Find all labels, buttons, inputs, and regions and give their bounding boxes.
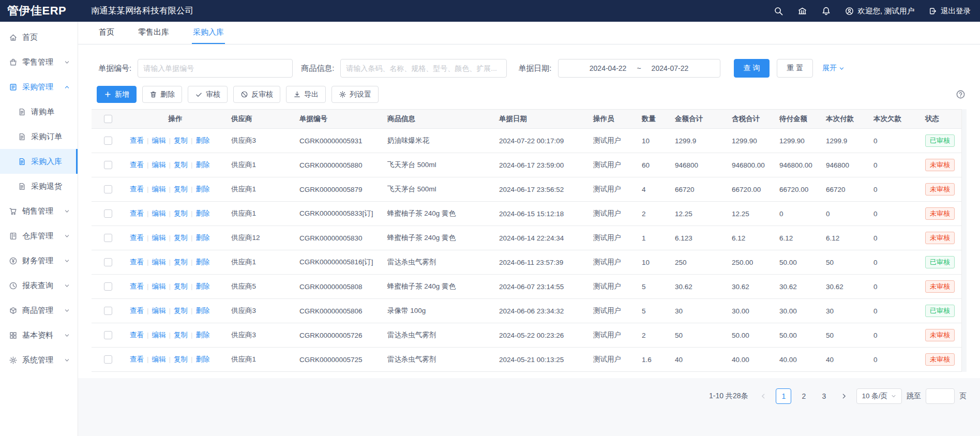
row-action-copy[interactable]: 复制 [174, 234, 188, 242]
row-action-copy[interactable]: 复制 [174, 209, 188, 217]
product-info-input[interactable] [340, 59, 507, 78]
sidebar-item-purchase[interactable]: 采购管理 [0, 74, 78, 99]
sidebar-item-purchase-request[interactable]: 请购单 [0, 99, 78, 124]
row-action-view[interactable]: 查看 [130, 282, 144, 290]
next-page-button[interactable] [836, 388, 852, 404]
tab-home[interactable]: 首页 [98, 22, 115, 44]
row-action-copy[interactable]: 复制 [174, 185, 188, 193]
row-action-edit[interactable]: 编辑 [152, 234, 166, 242]
row-checkbox[interactable] [104, 258, 112, 266]
row-action-view[interactable]: 查看 [130, 234, 144, 242]
page-button-3[interactable]: 3 [816, 388, 832, 404]
notification-bell-icon[interactable] [821, 6, 831, 16]
date-range-picker[interactable]: 2024-04-22 ~ 2024-07-22 [558, 59, 720, 78]
sidebar-item-base[interactable]: 基本资料 [0, 323, 78, 348]
jump-page-input[interactable] [926, 388, 955, 404]
row-checkbox[interactable] [104, 234, 112, 242]
row-checkbox[interactable] [104, 137, 112, 145]
row-action-delete[interactable]: 删除 [196, 331, 210, 339]
row-action-view[interactable]: 查看 [130, 258, 144, 266]
row-action-delete[interactable]: 删除 [196, 258, 210, 266]
search-icon[interactable] [774, 6, 783, 16]
sidebar-item-goods[interactable]: 商品管理 [0, 298, 78, 323]
page-button-2[interactable]: 2 [796, 388, 811, 404]
row-action-copy[interactable]: 复制 [174, 331, 188, 339]
row-action-copy[interactable]: 复制 [174, 137, 188, 144]
row-action-edit[interactable]: 编辑 [152, 355, 166, 363]
row-action-delete[interactable]: 删除 [196, 161, 210, 169]
date-to-value[interactable]: 2024-07-22 [652, 64, 689, 72]
sidebar-item-retail[interactable]: 零售管理 [0, 50, 78, 74]
tab-label: 采购入库 [193, 27, 224, 37]
date-from-value[interactable]: 2024-04-22 [590, 64, 627, 72]
sidebar-item-purchase-inbound[interactable]: 采购入库 [0, 149, 78, 174]
sidebar-item-system[interactable]: 系统管理 [0, 348, 78, 372]
row-action-delete[interactable]: 删除 [196, 307, 210, 314]
add-button[interactable]: 新增 [97, 86, 137, 103]
sidebar-item-purchase-order[interactable]: 采购订单 [0, 124, 78, 149]
unaudit-button[interactable]: 反审核 [233, 86, 280, 103]
sidebar-item-purchase-return[interactable]: 采购退货 [0, 174, 78, 199]
row-action-edit[interactable]: 编辑 [152, 185, 166, 193]
row-action-view[interactable]: 查看 [130, 161, 144, 169]
row-checkbox[interactable] [104, 307, 112, 315]
row-action-view[interactable]: 查看 [130, 355, 144, 363]
row-action-copy[interactable]: 复制 [174, 355, 188, 363]
app-logo[interactable]: 管伊佳ERP [7, 3, 80, 19]
tab-retail-outbound[interactable]: 零售出库 [137, 22, 170, 44]
table-scrollbar[interactable] [961, 109, 967, 372]
row-action-edit[interactable]: 编辑 [152, 137, 166, 144]
select-all-checkbox[interactable] [104, 115, 112, 123]
row-checkbox[interactable] [104, 282, 112, 291]
audit-button[interactable]: 审核 [188, 86, 228, 103]
logout-button[interactable]: 退出登录 [928, 6, 971, 16]
row-checkbox[interactable] [104, 185, 112, 193]
page-button-1[interactable]: 1 [776, 388, 791, 404]
help-icon[interactable] [956, 89, 966, 99]
page-size-select[interactable]: 10 条/页 [856, 388, 902, 404]
row-action-edit[interactable]: 编辑 [152, 282, 166, 290]
expand-link[interactable]: 展开 [822, 64, 845, 73]
row-action-view[interactable]: 查看 [130, 209, 144, 217]
row-action-view[interactable]: 查看 [130, 307, 144, 314]
sidebar-item-home[interactable]: 首页 [0, 25, 78, 50]
row-action-edit[interactable]: 编辑 [152, 307, 166, 314]
row-checkbox[interactable] [104, 331, 112, 339]
row-action-delete[interactable]: 删除 [196, 137, 210, 144]
export-button[interactable]: 导出 [286, 86, 326, 103]
search-button[interactable]: 查 询 [734, 59, 770, 78]
row-action-view[interactable]: 查看 [130, 137, 144, 144]
row-action-delete[interactable]: 删除 [196, 185, 210, 193]
row-action-edit[interactable]: 编辑 [152, 331, 166, 339]
row-action-copy[interactable]: 复制 [174, 282, 188, 290]
sidebar-subitem-label: 请购单 [31, 107, 54, 117]
row-action-delete[interactable]: 删除 [196, 209, 210, 217]
sidebar-item-warehouse[interactable]: 仓库管理 [0, 223, 78, 248]
row-checkbox[interactable] [104, 209, 112, 218]
cell-product: 雷达杀虫气雾剂 [382, 348, 494, 372]
row-action-copy[interactable]: 复制 [174, 258, 188, 266]
sidebar-item-sale[interactable]: 销售管理 [0, 199, 78, 223]
row-action-edit[interactable]: 编辑 [152, 258, 166, 266]
column-settings-button[interactable]: 列设置 [331, 86, 379, 103]
reset-button[interactable]: 重 置 [777, 59, 813, 78]
organization-icon[interactable] [797, 6, 807, 16]
row-action-delete[interactable]: 删除 [196, 234, 210, 242]
row-action-copy[interactable]: 复制 [174, 307, 188, 314]
bill-no-input[interactable] [138, 59, 293, 78]
welcome-user[interactable]: 欢迎您, 测试用户 [845, 6, 914, 16]
row-action-view[interactable]: 查看 [130, 331, 144, 339]
row-action-view[interactable]: 查看 [130, 185, 144, 193]
row-action-copy[interactable]: 复制 [174, 161, 188, 169]
row-checkbox[interactable] [104, 161, 112, 169]
sidebar-item-finance[interactable]: 财务管理 [0, 248, 78, 273]
row-action-edit[interactable]: 编辑 [152, 161, 166, 169]
sidebar-item-report[interactable]: 报表查询 [0, 273, 78, 298]
row-checkbox[interactable] [104, 355, 112, 364]
delete-button[interactable]: 删除 [142, 86, 182, 103]
row-action-delete[interactable]: 删除 [196, 282, 210, 290]
row-action-delete[interactable]: 删除 [196, 355, 210, 363]
row-action-edit[interactable]: 编辑 [152, 209, 166, 217]
prev-page-button[interactable] [756, 388, 771, 404]
tab-purchase-inbound[interactable]: 采购入库 [192, 22, 225, 44]
